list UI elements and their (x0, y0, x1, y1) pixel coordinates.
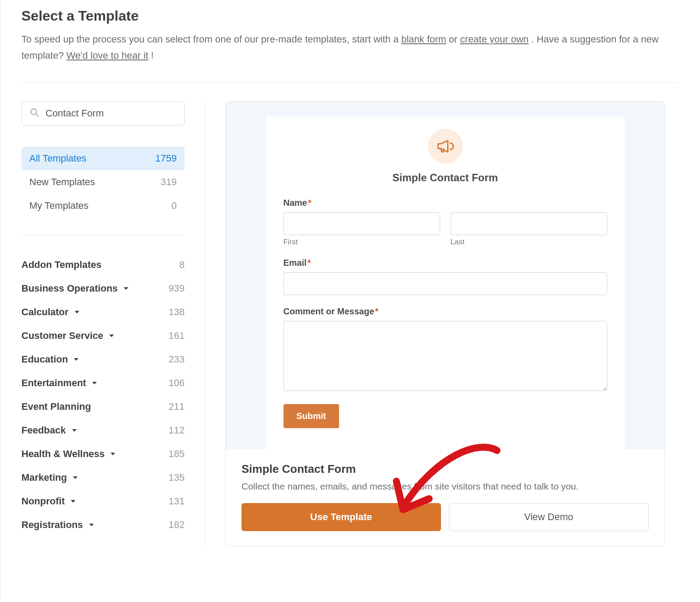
first-sublabel: First (284, 238, 440, 246)
category-item[interactable]: Nonprofit131 (21, 489, 185, 513)
category-count: 211 (168, 401, 185, 412)
template-group-item[interactable]: All Templates1759 (21, 147, 185, 170)
svg-line-1 (36, 114, 38, 116)
chevron-down-icon (88, 521, 95, 529)
category-count: 138 (168, 306, 185, 318)
template-group-item[interactable]: New Templates319 (21, 170, 185, 194)
main-content: Simple Contact Form Name* First Las (205, 101, 679, 546)
chevron-down-icon (69, 497, 77, 505)
category-item[interactable]: Business Operations939 (21, 277, 185, 300)
chevron-down-icon (70, 426, 78, 434)
category-label: Business Operations (21, 283, 118, 294)
chevron-down-icon (91, 379, 98, 387)
email-input[interactable] (284, 272, 607, 295)
intro-prefix: To speed up the process you can select f… (21, 34, 401, 45)
chevron-down-icon (72, 356, 80, 363)
intro-text: To speed up the process you can select f… (21, 31, 679, 83)
template-group-label: All Templates (29, 153, 86, 164)
hear-it-link[interactable]: We'd love to hear it (66, 50, 148, 61)
email-label: Email* (284, 258, 607, 268)
category-count: 185 (168, 448, 185, 460)
category-item[interactable]: Education233 (21, 348, 185, 371)
template-group-label: My Templates (29, 200, 88, 211)
category-label: Nonprofit (21, 496, 65, 507)
search-input[interactable] (46, 108, 176, 119)
template-group-count: 0 (172, 200, 177, 211)
category-count: 161 (168, 330, 185, 341)
template-card: Simple Contact Form Name* First Las (225, 101, 665, 546)
category-item[interactable]: Calculator138 (21, 300, 185, 324)
category-label: Event Planning (21, 401, 91, 412)
page-title: Select a Template (21, 8, 679, 24)
chevron-down-icon (109, 450, 117, 458)
category-item[interactable]: Customer Service161 (21, 324, 185, 348)
intro-mid: or (449, 34, 460, 45)
category-count: 106 (168, 377, 185, 389)
category-item[interactable]: Feedback112 (21, 419, 185, 442)
search-wrap[interactable] (21, 101, 185, 126)
category-label: Feedback (21, 425, 66, 436)
template-group-item[interactable]: My Templates0 (21, 194, 185, 218)
category-count: 135 (168, 472, 185, 483)
megaphone-icon (428, 129, 463, 164)
category-item[interactable]: Marketing135 (21, 466, 185, 489)
category-item[interactable]: Entertainment106 (21, 371, 185, 395)
category-count: 112 (168, 425, 185, 436)
category-count: 8 (179, 259, 185, 271)
required-marker: * (308, 198, 312, 208)
view-demo-button[interactable]: View Demo (449, 503, 649, 531)
template-group-label: New Templates (29, 176, 95, 188)
sidebar-divider (21, 235, 185, 236)
chevron-down-icon (73, 308, 81, 316)
chevron-down-icon (108, 332, 116, 340)
last-name-input[interactable] (451, 212, 607, 235)
category-label: Health & Wellness (21, 448, 105, 460)
category-count: 939 (168, 283, 185, 294)
category-item[interactable]: Event Planning211 (21, 395, 185, 419)
card-title: Simple Contact Form (242, 462, 649, 476)
blank-form-link[interactable]: blank form (401, 34, 446, 45)
card-description: Collect the names, emails, and messages … (242, 481, 649, 492)
category-count: 131 (168, 496, 185, 507)
form-preview: Simple Contact Form Name* First Las (266, 116, 625, 449)
template-group-count: 319 (161, 176, 177, 188)
intro-end: ! (151, 50, 154, 61)
chevron-down-icon (122, 285, 130, 292)
template-meta: Simple Contact Form Collect the names, e… (226, 449, 665, 546)
form-title: Simple Contact Form (284, 172, 607, 184)
category-label: Education (21, 354, 68, 365)
category-label: Calculator (21, 306, 69, 318)
required-marker: * (308, 258, 311, 268)
category-item[interactable]: Registrations182 (21, 513, 185, 537)
use-template-button[interactable]: Use Template (242, 503, 441, 531)
template-preview: Simple Contact Form Name* First Las (226, 102, 665, 449)
create-your-own-link[interactable]: create your own (460, 34, 529, 45)
category-label: Customer Service (21, 330, 103, 341)
category-label: Entertainment (21, 377, 86, 389)
category-label: Addon Templates (21, 259, 102, 271)
last-sublabel: Last (451, 238, 607, 246)
name-label: Name* (284, 198, 607, 208)
chevron-down-icon (71, 474, 79, 482)
category-item[interactable]: Addon Templates8 (21, 253, 185, 277)
category-label: Marketing (21, 472, 67, 483)
category-count: 182 (168, 519, 185, 531)
comment-textarea[interactable] (284, 321, 607, 391)
comment-label: Comment or Message* (284, 306, 607, 317)
first-name-input[interactable] (284, 212, 440, 235)
category-count: 233 (168, 354, 185, 365)
category-label: Registrations (21, 519, 83, 531)
search-icon (30, 108, 39, 119)
required-marker: * (375, 306, 378, 316)
category-item[interactable]: Health & Wellness185 (21, 442, 185, 466)
sidebar: All Templates1759New Templates319My Temp… (21, 101, 205, 546)
form-submit-button[interactable]: Submit (284, 404, 340, 428)
template-group-count: 1759 (155, 153, 177, 164)
